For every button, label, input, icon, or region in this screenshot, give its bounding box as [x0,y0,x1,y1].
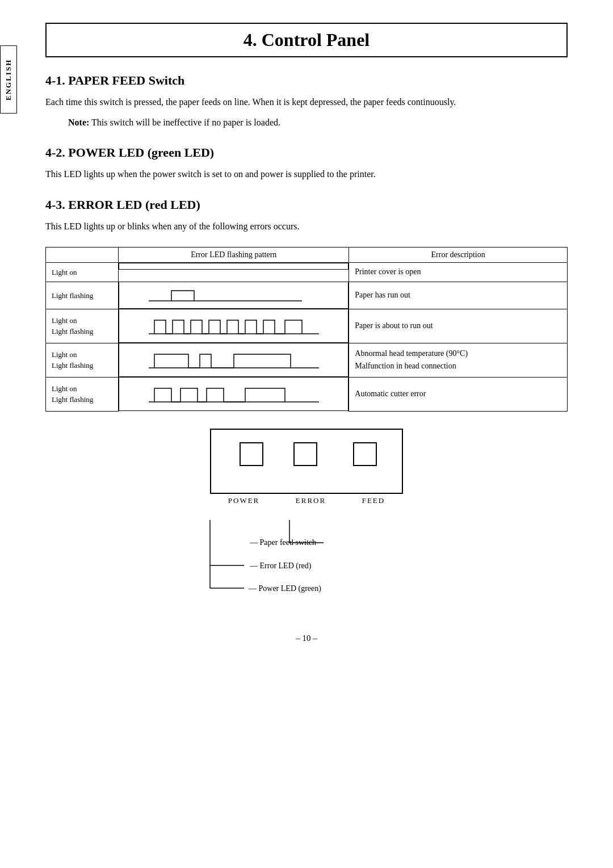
table-row: Light onLight flashing Abnormal head tem… [46,343,568,377]
table-row: Light on Printer cover is open [46,263,568,282]
annotation-feed: — Paper feed switch [250,538,316,547]
section-41-note: Note: This switch will be ineffective if… [68,115,568,130]
section-41-heading: 4-1. PAPER FEED Switch [45,73,568,88]
sidebar-label: ENGLISH [0,45,17,114]
annotation-power: — Power LED (green) [249,584,321,593]
annotation-error: — Error LED (red) [250,561,311,571]
desc-cell-1: Printer cover is open [349,263,568,282]
label-feed: FEED [362,496,385,505]
table-row: Light onLight flashing Automatic cutter … [46,377,568,411]
light-cell-4: Light onLight flashing [46,343,119,377]
pattern-svg-3 [143,346,325,374]
error-table: Error LED flashing pattern Error descrip… [45,247,568,411]
table-row: Light onLight flashing Paper is about to… [46,309,568,343]
section-42-para1: This LED lights up when the power switch… [45,167,568,182]
table-header-pattern: Error LED flashing pattern [119,248,349,263]
panel-diagram-wrapper: POWER ERROR FEED [199,429,414,505]
light-cell-1: Light on [46,263,119,282]
pattern-cell-4 [119,343,349,377]
power-led-square [240,442,263,466]
label-power: POWER [228,496,260,505]
feed-square [353,442,377,466]
annotation-error-text: Error LED (red) [260,561,312,570]
diagram-section: POWER ERROR FEED — Paper feed switch — [45,429,568,611]
light-cell-3: Light onLight flashing [46,309,119,343]
section-43-heading: 4-3. ERROR LED (red LED) [45,198,568,212]
pattern-cell-3 [119,309,349,343]
annotation-power-text: Power LED (green) [259,584,321,593]
table-row: Light flashing Paper has run out [46,282,568,309]
error-led-square [293,442,317,466]
pattern-cell-2 [119,282,349,309]
section-41: 4-1. PAPER FEED Switch Each time this sw… [45,73,568,129]
pattern-cell-5 [119,377,349,411]
pattern-svg-1 [143,285,325,305]
desc-cell-4: Abnormal head temperature (90°C)Malfunct… [349,343,568,377]
light-cell-5: Light onLight flashing [46,377,119,411]
lines-diagram: — Paper feed switch — Error LED (red) — … [176,514,437,611]
page-title-box: 4. Control Panel [45,23,568,57]
light-cell-2: Light flashing [46,282,119,309]
section-42: 4-2. POWER LED (green LED) This LED ligh… [45,145,568,182]
pattern-svg-4 [143,380,325,408]
table-header-desc: Error description [349,248,568,263]
section-41-para1: Each time this switch is pressed, the pa… [45,95,568,110]
panel-box [210,429,403,494]
desc-cell-2: Paper has run out [349,282,568,309]
desc-cell-3: Paper is about to run out [349,309,568,343]
section-43: 4-3. ERROR LED (red LED) This LED lights… [45,198,568,234]
annotation-feed-text: Paper feed switch [260,538,317,547]
note-label: Note: [68,118,89,127]
pattern-svg-2 [143,312,325,339]
page-number: – 10 – [45,634,568,643]
section-42-heading: 4-2. POWER LED (green LED) [45,145,568,160]
page-wrapper: ENGLISH 4. Control Panel 4-1. PAPER FEED… [0,0,613,868]
page-title: 4. Control Panel [47,30,566,51]
panel-labels: POWER ERROR FEED [210,496,403,505]
pattern-cell-1 [119,263,349,270]
label-error: ERROR [296,496,326,505]
note-text: This switch will be ineffective if no pa… [91,118,280,127]
section-43-para1: This LED lights up or blinks when any of… [45,219,568,234]
table-header-light [46,248,119,263]
sidebar-label-text: ENGLISH [4,58,13,100]
desc-cell-5: Automatic cutter error [349,377,568,411]
